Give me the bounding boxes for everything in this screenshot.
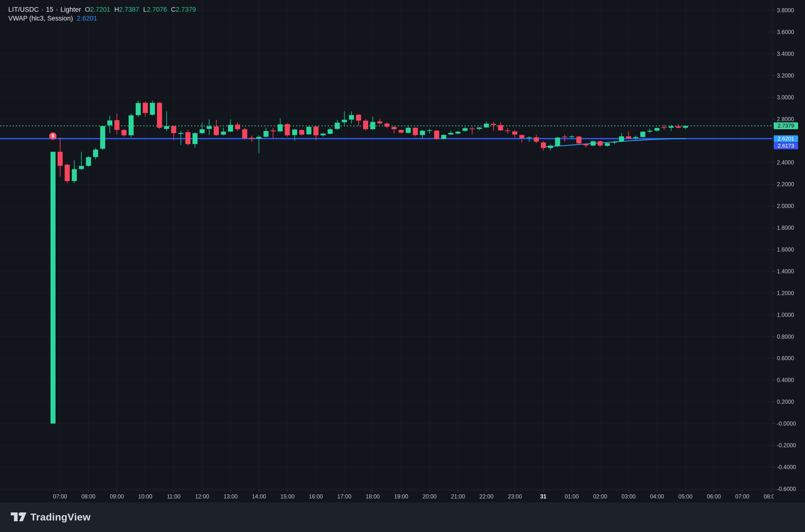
x-axis-tick-label: 07:00: [53, 493, 67, 500]
candle: [519, 135, 524, 138]
candle: [654, 128, 659, 131]
x-axis-tick-label: 13:00: [224, 493, 238, 500]
y-axis-tick: [773, 445, 775, 445]
indicator-value: 2.6201: [77, 15, 97, 22]
candle: [171, 126, 176, 133]
candle: [441, 135, 446, 139]
candle: [406, 128, 411, 133]
candle: [420, 131, 425, 135]
y-axis-tick: [773, 380, 775, 380]
candle: [214, 127, 219, 135]
symbol-legend-row[interactable]: LIT/USDC · 15 · Lighter O2.7201 H2.7387 …: [8, 6, 196, 15]
candle: [327, 129, 333, 134]
candle: [569, 136, 574, 137]
candle: [292, 130, 297, 135]
x-axis-tick: [543, 490, 544, 492]
y-axis-tick: [773, 315, 775, 315]
candle: [683, 126, 688, 128]
sell-trade-marker[interactable]: S: [49, 132, 57, 140]
candle-wick: [493, 122, 494, 131]
candle: [669, 126, 674, 128]
candle: [612, 142, 617, 142]
candle: [661, 127, 667, 128]
candle-wick: [344, 111, 345, 125]
candle: [534, 137, 539, 142]
y-axis-tick-label: 1.4000: [777, 268, 794, 275]
x-axis-tick: [287, 490, 288, 492]
time-axis-labels: 07:0008:0009:0010:0011:0012:0013:0014:00…: [0, 490, 774, 502]
symbol-name: LIT/USDC: [8, 6, 39, 14]
candle: [278, 124, 283, 131]
candle: [129, 115, 134, 135]
candle: [242, 129, 247, 138]
x-axis-tick-label: 09:00: [110, 493, 124, 500]
tradingview-logo[interactable]: TradingView: [11, 511, 91, 523]
x-axis-tick: [173, 490, 174, 492]
x-axis-tick: [657, 490, 657, 492]
x-axis-tick-label: 10:00: [138, 493, 152, 500]
x-axis-tick: [572, 490, 572, 492]
x-axis-tick-label: 14:00: [252, 493, 266, 500]
candle: [58, 152, 63, 166]
indicator-legend-row[interactable]: VWAP (hlc3, Session) 2.6201: [8, 15, 196, 23]
candle: [398, 130, 404, 133]
candle: [385, 124, 390, 127]
indicator-name: VWAP (hlc3, Session): [8, 15, 73, 22]
candle: [320, 134, 325, 136]
y-axis-tick-label: 0.4000: [777, 377, 794, 383]
candle: [114, 120, 119, 130]
candle: [377, 121, 382, 124]
x-axis-tick: [60, 490, 60, 492]
x-axis-tick-label: 21:00: [451, 493, 465, 500]
chart-pane[interactable]: S LIT/USDC · 15 · Lighter O2.7201 H2.738…: [0, 0, 772, 490]
y-axis-tick: [773, 293, 775, 293]
tradingview-logo-icon: [11, 512, 26, 522]
vwap-curve: [0, 0, 772, 490]
candle-wick: [564, 135, 565, 142]
candle: [143, 103, 148, 113]
candle: [484, 124, 489, 128]
x-axis-tick-label: 03:00: [622, 493, 636, 500]
candle: [185, 132, 190, 144]
x-axis-tick-label: 15:00: [280, 493, 295, 500]
x-axis-tick-label: 23:00: [508, 493, 522, 500]
candle: [463, 128, 468, 131]
candle: [349, 115, 354, 120]
y-axis-tick-label: 1.6000: [777, 246, 794, 253]
candle: [79, 166, 84, 169]
candle: [100, 126, 105, 149]
x-axis-tick: [458, 490, 458, 492]
candle: [583, 144, 588, 145]
y-axis-tick: [773, 184, 775, 185]
x-axis-tick-label: 22:00: [480, 493, 493, 500]
y-axis-tick-label: 2.8000: [777, 116, 794, 122]
candle: [299, 130, 304, 135]
x-axis-tick: [685, 490, 686, 492]
x-axis-tick: [202, 490, 203, 492]
candle: [555, 137, 560, 146]
candle: [413, 128, 418, 135]
candle: [434, 131, 439, 139]
last-price-badge: 2.7379: [774, 122, 798, 129]
x-axis-tick: [514, 490, 515, 492]
candle: [356, 115, 361, 121]
x-axis-tick: [230, 490, 231, 492]
candle: [541, 142, 546, 148]
x-axis-tick-label: 06:00: [707, 493, 721, 500]
ohlc-open: O2.7201: [85, 6, 110, 14]
x-axis-tick-label: 07:00: [735, 493, 749, 500]
candle: [477, 128, 482, 129]
y-axis-tick-label: 1.2000: [777, 290, 794, 297]
y-axis-tick: [773, 10, 775, 11]
legend-separator: ·: [41, 6, 43, 14]
x-axis-tick-label: 12:00: [195, 493, 209, 500]
y-axis-tick: [773, 337, 775, 337]
candle: [285, 124, 290, 135]
price-axis[interactable]: 3.80003.60003.40003.20003.00002.80002.40…: [772, 0, 805, 490]
candle: [150, 103, 155, 115]
candle: [64, 165, 70, 181]
candle: [548, 146, 553, 148]
time-axis[interactable]: 07:0008:0009:0010:0011:0012:0013:0014:00…: [0, 490, 805, 502]
ohlc-low: L2.7076: [143, 6, 167, 14]
candle: [192, 133, 198, 144]
